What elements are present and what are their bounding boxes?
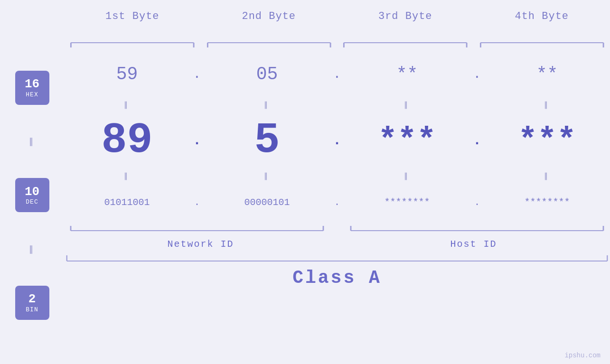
eq2-col2: ∥ — [204, 171, 330, 181]
dec-dot2: . — [330, 132, 344, 149]
dec-dot3: . — [470, 132, 484, 149]
bracket-4 — [474, 39, 610, 50]
dec-num: 10 — [25, 185, 39, 199]
bottom-section: Network ID Host ID Class A — [64, 225, 610, 289]
content-area: 16 HEX ∥ 10 DEC ∥ 2 BIN 59 . 05 — [0, 50, 610, 364]
hex-label: HEX — [26, 91, 38, 98]
id-labels-row: Network ID Host ID — [64, 235, 610, 252]
equals-row-2: ∥ ∥ ∥ ∥ — [64, 169, 610, 183]
network-bracket-container — [64, 225, 330, 234]
bottom-brackets — [64, 225, 610, 234]
bin-dot2: . — [330, 197, 344, 208]
eq1-col3: ∥ — [344, 100, 470, 110]
byte-label-1: 1st Byte — [64, 9, 201, 22]
host-bracket-container — [344, 225, 610, 234]
bin-label: BIN — [26, 306, 38, 313]
eq1-col2: ∥ — [204, 100, 330, 110]
full-bracket — [64, 254, 610, 264]
top-bracket-area — [64, 39, 610, 50]
class-row: Class A — [64, 266, 610, 289]
bin-byte3: ******** — [344, 197, 470, 208]
bin-row: 01011001 . 00000101 . ******** . *******… — [64, 183, 610, 221]
class-label: Class A — [64, 268, 610, 288]
equals-row-1: ∥ ∥ ∥ ∥ — [64, 98, 610, 112]
eq2-col4: ∥ — [484, 171, 610, 181]
dec-badge: 10 DEC — [15, 178, 49, 212]
watermark: ipshu.com — [564, 352, 601, 359]
bin-dot3: . — [470, 197, 484, 208]
dec-row: 89 . 5 . *** . *** — [64, 112, 610, 169]
eq1-col1: ∥ — [64, 100, 190, 110]
hex-dot1: . — [190, 67, 204, 82]
bin-byte2: 00000101 — [204, 197, 330, 208]
host-id-label: Host ID — [337, 239, 610, 250]
dec-byte3: *** — [344, 122, 470, 159]
byte-label-3: 3rd Byte — [337, 9, 474, 22]
eq1-col4: ∥ — [484, 100, 610, 110]
byte-label-2: 2nd Byte — [201, 9, 338, 22]
dec-byte2: 5 — [204, 116, 330, 165]
data-grid: 59 . 05 . ** . ** ∥ ∥ ∥ ∥ 89 . — [64, 50, 610, 364]
dec-byte1: 89 — [64, 116, 190, 165]
eq-dec-bin: ∥ — [29, 244, 35, 254]
network-id-label: Network ID — [64, 239, 337, 250]
hex-byte4: ** — [484, 64, 610, 84]
bin-badge: 2 BIN — [15, 286, 49, 320]
hex-byte1: 59 — [64, 64, 190, 84]
eq2-col1: ∥ — [64, 171, 190, 181]
eq2-col3: ∥ — [344, 171, 470, 181]
main-container: 1st Byte 2nd Byte 3rd Byte 4th Byte — [0, 0, 610, 364]
bracket-3 — [337, 39, 474, 50]
hex-dot3: . — [470, 67, 484, 82]
bin-num: 2 — [28, 292, 36, 306]
hex-row: 59 . 05 . ** . ** — [64, 50, 610, 98]
base-badges: 16 HEX ∥ 10 DEC ∥ 2 BIN — [0, 50, 64, 364]
bin-dot1: . — [190, 197, 204, 208]
bin-byte4: ******** — [484, 197, 610, 208]
hex-num: 16 — [25, 77, 39, 91]
dec-dot1: . — [190, 132, 204, 149]
bracket-2 — [201, 39, 338, 50]
hex-byte3: ** — [344, 64, 470, 84]
byte-labels-row: 1st Byte 2nd Byte 3rd Byte 4th Byte — [64, 9, 610, 37]
hex-dot2: . — [330, 67, 344, 82]
hex-badge: 16 HEX — [15, 71, 49, 105]
dec-byte4: *** — [484, 122, 610, 159]
dec-label: DEC — [26, 198, 38, 205]
bracket-1 — [64, 39, 201, 50]
eq-hex-dec: ∥ — [29, 136, 35, 147]
byte-label-4: 4th Byte — [474, 9, 610, 22]
bracket-gap — [330, 225, 344, 234]
hex-byte2: 05 — [204, 64, 330, 84]
bin-byte1: 01011001 — [64, 197, 190, 208]
